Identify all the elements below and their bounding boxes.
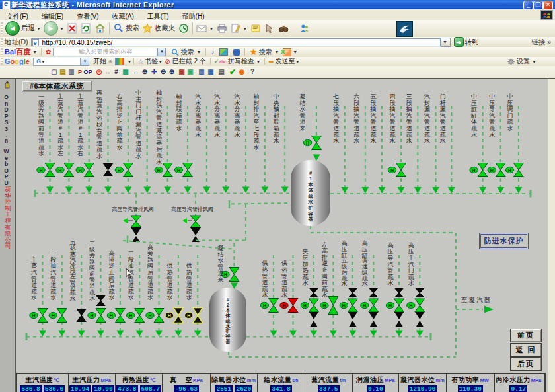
google-blocked-count[interactable]: 已拦截 2 个	[172, 57, 206, 66]
table-icon[interactable]: ▦	[206, 67, 215, 77]
closed-valve-icon[interactable]	[394, 312, 404, 319]
zoom-icon[interactable]: ⊕	[140, 67, 149, 77]
valve[interactable]	[416, 289, 424, 297]
valve[interactable]	[57, 309, 67, 323]
google-bookmark-star-icon[interactable]: ☆	[137, 58, 143, 65]
baidu-search-input[interactable]: 输入想要搜索的内容	[53, 48, 157, 56]
history-button[interactable]	[176, 20, 190, 36]
print2-icon[interactable]: ▤	[217, 67, 226, 77]
find-icon[interactable]: ◎	[94, 67, 104, 77]
valve[interactable]	[396, 163, 406, 177]
baidu-news-dropdown[interactable]: ▼	[274, 50, 279, 54]
closed-valve-icon[interactable]	[190, 227, 201, 235]
valve[interactable]	[96, 296, 105, 306]
mail-button[interactable]: ▼	[195, 20, 215, 36]
go-button[interactable]: ➜ 转到	[454, 37, 479, 47]
minimize-button[interactable]: _	[523, 1, 533, 10]
valve[interactable]	[348, 299, 357, 312]
valve[interactable]	[478, 163, 488, 177]
back-button[interactable]: ◄ 后退 ▼	[4, 20, 42, 36]
google-popup-blocker-icon[interactable]: ⊘	[165, 58, 170, 65]
measure-icon[interactable]: ↔	[103, 67, 112, 77]
cut-tool-button[interactable]	[262, 20, 276, 36]
grid-icon[interactable]: #	[112, 67, 121, 77]
closed-valve-icon[interactable]	[309, 312, 318, 319]
favorites-button[interactable]: 收藏夹	[141, 20, 177, 36]
baidu-input-dropdown[interactable]: ▼	[157, 48, 166, 56]
help-icon[interactable]: ?	[248, 67, 257, 77]
picture-icon[interactable]: ▣	[186, 67, 195, 77]
forward-button[interactable]: ► ▼	[42, 20, 65, 36]
search-button[interactable]: 搜索	[112, 20, 141, 36]
edit-dropdown[interactable]: ▼	[242, 26, 247, 31]
google-spellcheck-button[interactable]: 拼写检查 ▼	[228, 57, 261, 66]
baidu-image-icon[interactable]	[219, 48, 228, 56]
discuss-button[interactable]	[248, 20, 262, 36]
closed-valve-icon[interactable]	[348, 312, 357, 319]
return-button[interactable]: 返 回	[510, 343, 542, 357]
prev-page-button[interactable]: 前页	[510, 329, 542, 342]
closed-valve-icon[interactable]	[415, 312, 424, 319]
valve[interactable]	[269, 299, 279, 313]
op-tool-icon[interactable]: OP	[83, 67, 92, 77]
back-arrow-icon[interactable]: ←	[131, 67, 141, 77]
new-icon[interactable]: ▢	[50, 67, 59, 77]
valve[interactable]	[349, 289, 357, 297]
dropdown-arrow-icon[interactable]: ▼	[295, 59, 300, 64]
valve[interactable]	[513, 163, 523, 177]
image-icon[interactable]: ▩	[121, 67, 130, 77]
valve[interactable]	[115, 309, 125, 323]
refresh-button[interactable]	[79, 20, 93, 36]
water-protection-button[interactable]: 防进水保护	[479, 233, 529, 249]
confirm-icon[interactable]: ✔	[228, 67, 237, 77]
valve[interactable]	[312, 136, 322, 150]
alarm-icon[interactable]: ◉	[237, 67, 246, 77]
valve[interactable]	[415, 299, 425, 312]
next-page-button[interactable]: 后页	[510, 357, 542, 371]
valve[interactable]	[229, 268, 239, 282]
restore-button[interactable]: ❐	[533, 1, 543, 10]
valve[interactable]	[123, 163, 133, 177]
forward-dropdown[interactable]: ▼	[59, 26, 64, 31]
baidu-search-button[interactable]: 搜索	[171, 48, 194, 57]
baidu-logo[interactable]: Bai百度	[5, 47, 30, 57]
links-label[interactable]: 链接 »	[531, 38, 551, 47]
google-input-dropdown[interactable]: ▼	[81, 58, 89, 66]
print-icon[interactable]: ▥	[67, 67, 76, 77]
baidu-news-search-button[interactable]: 搜索	[250, 48, 272, 57]
valve[interactable]	[173, 308, 183, 323]
address-dropdown[interactable]: ▼	[441, 38, 451, 47]
valve[interactable]	[154, 309, 164, 323]
google-bookmarks-button[interactable]: 书签▼	[145, 57, 163, 66]
valve[interactable]	[369, 289, 377, 297]
addressbar-grip[interactable]	[1, 38, 3, 46]
googlebar-grip[interactable]	[1, 58, 3, 65]
valve[interactable]	[131, 216, 141, 227]
pan-icon[interactable]: ✛	[149, 67, 159, 77]
print-button[interactable]	[215, 20, 229, 36]
valve[interactable]	[104, 164, 113, 176]
snapshot-icon[interactable]: ▣	[177, 67, 186, 77]
toolbar-grip[interactable]	[1, 22, 3, 34]
google-sendto-button[interactable]: 发送至▼	[276, 57, 300, 66]
valve[interactable]	[395, 289, 403, 297]
valve[interactable]	[328, 297, 338, 315]
valve[interactable]	[394, 299, 404, 312]
dropdown-arrow-icon[interactable]: ▼	[256, 59, 260, 64]
google-start-button[interactable]: 开始 ⊕	[93, 57, 112, 66]
baidu-video-icon[interactable]	[233, 49, 240, 56]
google-settings-button[interactable]: 设置▼	[507, 57, 536, 66]
valve[interactable]	[310, 289, 318, 297]
google-pagerank-icon[interactable]	[115, 58, 124, 65]
valve[interactable]	[77, 309, 86, 322]
valve[interactable]	[64, 163, 74, 177]
valve[interactable]	[38, 309, 48, 323]
dropdown-arrow-icon[interactable]: ▼	[532, 59, 536, 64]
dropdown-arrow-icon[interactable]: ▼	[41, 59, 46, 64]
valve[interactable]	[96, 309, 106, 323]
valve[interactable]	[369, 299, 379, 312]
valve[interactable]	[45, 163, 55, 177]
close-button[interactable]: ✕	[543, 1, 553, 10]
baidu-search-dropdown[interactable]: ▼	[196, 50, 201, 54]
mail-dropdown[interactable]: ▼	[209, 26, 213, 31]
